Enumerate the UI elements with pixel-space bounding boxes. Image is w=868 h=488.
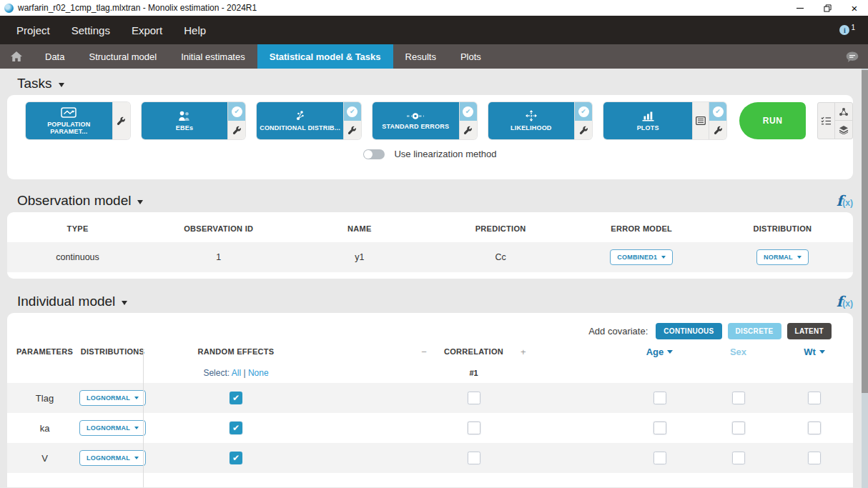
task-likelihood[interactable]: LIKELIHOOD ✔ [488, 102, 593, 139]
assessment-button[interactable] [835, 103, 852, 121]
task-selected-checkbox[interactable]: ✔ [709, 102, 726, 121]
age-covariate-checkbox[interactable]: ✔ [654, 392, 666, 404]
list-icon [696, 116, 706, 125]
tab-plots[interactable]: Plots [448, 44, 493, 69]
add-discrete-covariate-button[interactable]: DISCRETE [728, 323, 781, 339]
add-continuous-covariate-button[interactable]: CONTINUOUS [656, 323, 721, 339]
wrench-icon [463, 126, 473, 135]
covariate-sex-header[interactable]: Sex [730, 347, 746, 357]
col-random-effects: RANDOM EFFECTS [198, 347, 275, 356]
sex-covariate-checkbox[interactable]: ✔ [732, 392, 745, 404]
linearization-toggle[interactable] [363, 149, 385, 159]
task-settings-button[interactable] [228, 121, 245, 139]
task-label: CONDITIONAL DISTRIB... [260, 124, 340, 131]
task-selected-checkbox[interactable]: ✔ [228, 102, 245, 121]
observation-model-title[interactable]: Observation model [17, 193, 143, 209]
task-ebes[interactable]: EBEs ✔ [142, 102, 246, 139]
task-population-parameters[interactable]: POPULATION PARAMET... [26, 102, 130, 139]
add-latent-covariate-button[interactable]: LATENT [787, 323, 832, 339]
correlation-group-label: #1 [469, 369, 478, 377]
correlation-checkbox[interactable]: ✔ [468, 392, 480, 404]
caret-down-icon [134, 397, 139, 399]
task-standard-errors[interactable]: STANDARD ERRORS ✔ [373, 102, 477, 139]
correlation-add-button[interactable]: + [521, 347, 526, 357]
info-icon: i [839, 25, 849, 35]
task-selected-checkbox[interactable]: ✔ [575, 102, 592, 121]
task-label: LIKELIHOOD [511, 124, 552, 131]
tasks-section-title[interactable]: Tasks [17, 76, 64, 91]
wt-covariate-checkbox[interactable]: ✔ [808, 452, 821, 464]
task-settings-button[interactable] [113, 102, 130, 139]
select-all-link[interactable]: All [232, 368, 241, 378]
task-settings-button[interactable] [460, 121, 477, 139]
age-covariate-checkbox[interactable]: ✔ [654, 422, 666, 434]
tab-structural-model[interactable]: Structural model [77, 44, 169, 69]
individual-model-title[interactable]: Individual model [17, 294, 127, 309]
wrench-icon [714, 126, 723, 135]
notification-count: 1 [851, 24, 855, 31]
wt-covariate-checkbox[interactable]: ✔ [808, 392, 821, 404]
task-plots[interactable]: PLOTS ✔ [603, 102, 726, 139]
layers-button[interactable] [835, 121, 852, 139]
age-covariate-checkbox[interactable]: ✔ [654, 452, 666, 464]
vertical-scrollbar[interactable] [862, 69, 868, 488]
correlation-checkbox[interactable]: ✔ [468, 452, 480, 464]
parameter-name: Tlag [36, 393, 54, 404]
random-effects-checkbox[interactable]: ✔ [230, 422, 242, 434]
notification-indicator[interactable]: i 1 [839, 25, 855, 35]
chevron-down-icon [122, 301, 127, 305]
plots-list-button[interactable] [692, 102, 709, 139]
tab-home[interactable] [0, 44, 33, 69]
scenario-checklist-button[interactable] [818, 103, 835, 139]
monolix-logo-icon [4, 4, 14, 13]
check-icon: ✔ [350, 108, 355, 115]
sex-covariate-checkbox[interactable]: ✔ [732, 422, 745, 434]
error-model-dropdown[interactable]: COMBINED1 [610, 249, 673, 265]
correlation-remove-button[interactable]: − [421, 347, 427, 357]
task-selected-checkbox[interactable]: ✔ [460, 102, 477, 121]
task-selected-checkbox[interactable]: ✔ [344, 102, 361, 121]
distribution-dropdown[interactable]: LOGNORMAL [79, 390, 146, 406]
tab-initial-estimates[interactable]: Initial estimates [169, 44, 257, 69]
menu-export[interactable]: Export [121, 16, 173, 44]
observation-formula-button[interactable]: f (x) [837, 192, 853, 209]
wt-covariate-checkbox[interactable]: ✔ [808, 422, 821, 434]
random-effects-checkbox[interactable]: ✔ [230, 392, 242, 404]
minimize-button[interactable] [786, 0, 814, 16]
feedback-button[interactable] [845, 44, 859, 69]
minimize-icon [797, 8, 804, 9]
check-icon: ✔ [234, 108, 240, 115]
menu-settings[interactable]: Settings [61, 16, 121, 44]
menu-help[interactable]: Help [173, 16, 217, 44]
check-icon: ✔ [465, 108, 471, 115]
trend-chart-icon [61, 107, 77, 118]
random-effects-checkbox[interactable]: ✔ [230, 452, 242, 464]
scrollbar-thumb[interactable] [862, 70, 868, 393]
tab-statistical-model-tasks[interactable]: Statistical model & Tasks [257, 44, 393, 69]
wrench-icon [347, 126, 357, 135]
task-settings-button[interactable] [575, 121, 592, 139]
task-settings-button[interactable] [709, 121, 726, 139]
maximize-button[interactable] [814, 0, 841, 16]
tab-results[interactable]: Results [393, 44, 448, 69]
sex-covariate-checkbox[interactable]: ✔ [732, 452, 745, 464]
distribution-dropdown[interactable]: LOGNORMAL [79, 450, 146, 466]
linearization-label: Use linearization method [394, 149, 496, 159]
window-title: warfarin_r02_1cmp_tlag.mlxtran - Monolix… [18, 3, 257, 13]
task-label: PLOTS [637, 124, 659, 131]
menu-project[interactable]: Project [6, 16, 61, 44]
distribution-dropdown[interactable]: NORMAL [756, 249, 809, 265]
close-button[interactable]: × [841, 0, 868, 16]
distribution-dropdown[interactable]: LOGNORMAL [79, 420, 146, 436]
caret-down-icon [797, 256, 802, 259]
layers-icon [839, 125, 849, 134]
individual-formula-button[interactable]: f (x) [837, 293, 853, 310]
covariate-wt-header[interactable]: Wt [804, 347, 825, 357]
select-none-link[interactable]: None [248, 368, 269, 378]
correlation-checkbox[interactable]: ✔ [468, 422, 480, 434]
run-button[interactable]: RUN [739, 102, 806, 139]
covariate-age-header[interactable]: Age [646, 347, 674, 357]
tab-data[interactable]: Data [33, 44, 77, 69]
task-conditional-distribution[interactable]: CONDITIONAL DISTRIB... ✔ [257, 102, 361, 139]
task-settings-button[interactable] [344, 121, 361, 139]
